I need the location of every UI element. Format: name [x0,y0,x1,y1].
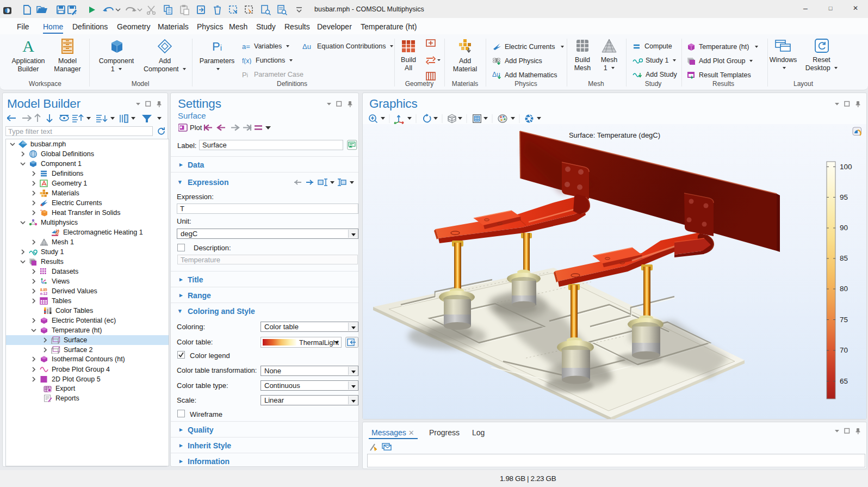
svg-text:85: 85 [840,254,848,262]
svg-text:70: 70 [840,346,848,354]
svg-text:f(x): f(x) [242,57,251,64]
svg-text:Pi: Pi [212,40,222,53]
svg-text:100: 100 [840,163,852,171]
svg-text:e-12: e-12 [40,292,47,295]
svg-text:a=: a= [242,42,250,50]
svg-text:Surface: Temperature (degC): Surface: Temperature (degC) [569,131,660,139]
svg-text:A: A [22,38,34,54]
svg-text:75: 75 [840,316,848,324]
svg-text:Plot: Plot [190,124,202,132]
svg-text:65: 65 [840,377,848,385]
svg-text:80: 80 [840,285,848,293]
svg-text:90: 90 [840,224,848,232]
svg-text:Δu: Δu [302,42,311,50]
svg-text:95: 95 [840,193,848,201]
svg-text:8.85: 8.85 [40,288,47,292]
svg-text:Pi: Pi [242,71,248,78]
